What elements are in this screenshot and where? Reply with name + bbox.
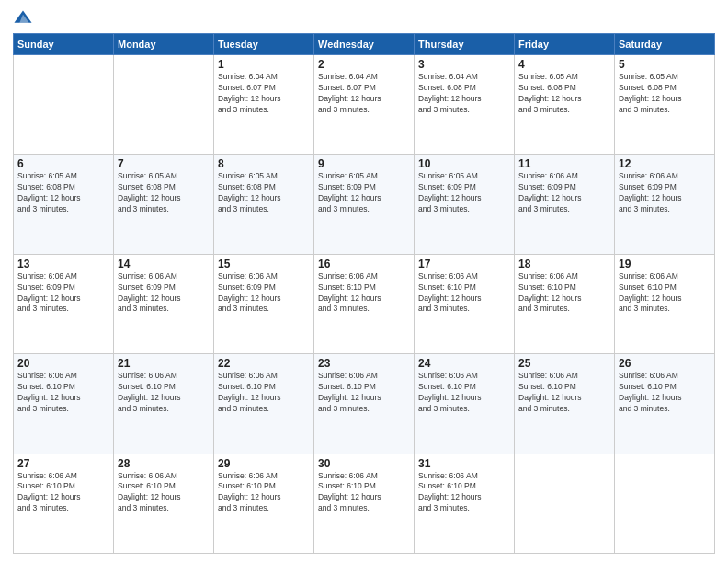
day-info: Sunrise: 6:06 AM Sunset: 6:10 PM Dayligh… — [318, 471, 410, 515]
day-info: Sunrise: 6:06 AM Sunset: 6:10 PM Dayligh… — [118, 371, 210, 415]
day-info: Sunrise: 6:05 AM Sunset: 6:09 PM Dayligh… — [318, 171, 410, 215]
day-number: 12 — [619, 157, 711, 170]
calendar-header-tuesday: Tuesday — [214, 34, 314, 55]
day-number: 31 — [418, 457, 510, 470]
day-number: 29 — [218, 457, 310, 470]
calendar-week-4: 20Sunrise: 6:06 AM Sunset: 6:10 PM Dayli… — [14, 354, 715, 454]
day-number: 3 — [418, 58, 510, 71]
day-number: 18 — [518, 258, 610, 270]
calendar-cell: 5Sunrise: 6:05 AM Sunset: 6:08 PM Daylig… — [615, 55, 715, 155]
day-number: 26 — [619, 357, 711, 370]
day-number: 30 — [318, 457, 410, 470]
header — [13, 9, 715, 29]
day-info: Sunrise: 6:06 AM Sunset: 6:10 PM Dayligh… — [518, 371, 610, 415]
calendar-week-3: 13Sunrise: 6:06 AM Sunset: 6:09 PM Dayli… — [14, 254, 715, 353]
calendar-cell: 26Sunrise: 6:06 AM Sunset: 6:10 PM Dayli… — [615, 354, 715, 454]
calendar-header-sunday: Sunday — [14, 34, 114, 55]
calendar-cell: 11Sunrise: 6:06 AM Sunset: 6:09 PM Dayli… — [515, 155, 615, 254]
day-number: 16 — [318, 258, 410, 270]
day-info: Sunrise: 6:05 AM Sunset: 6:08 PM Dayligh… — [218, 171, 310, 215]
calendar-cell: 19Sunrise: 6:06 AM Sunset: 6:10 PM Dayli… — [615, 254, 715, 353]
calendar: SundayMondayTuesdayWednesdayThursdayFrid… — [13, 33, 715, 554]
calendar-cell: 25Sunrise: 6:06 AM Sunset: 6:10 PM Dayli… — [515, 354, 615, 454]
calendar-cell: 29Sunrise: 6:06 AM Sunset: 6:10 PM Dayli… — [214, 454, 314, 553]
calendar-cell: 18Sunrise: 6:06 AM Sunset: 6:10 PM Dayli… — [515, 254, 615, 353]
calendar-cell: 6Sunrise: 6:05 AM Sunset: 6:08 PM Daylig… — [14, 155, 114, 254]
calendar-cell: 27Sunrise: 6:06 AM Sunset: 6:10 PM Dayli… — [14, 454, 114, 553]
day-info: Sunrise: 6:06 AM Sunset: 6:10 PM Dayligh… — [418, 471, 510, 515]
day-number: 2 — [318, 58, 410, 71]
calendar-cell: 21Sunrise: 6:06 AM Sunset: 6:10 PM Dayli… — [114, 354, 214, 454]
day-info: Sunrise: 6:06 AM Sunset: 6:09 PM Dayligh… — [518, 171, 610, 215]
day-number: 23 — [318, 357, 410, 370]
day-info: Sunrise: 6:05 AM Sunset: 6:09 PM Dayligh… — [418, 171, 510, 215]
calendar-cell: 15Sunrise: 6:06 AM Sunset: 6:09 PM Dayli… — [214, 254, 314, 353]
calendar-header-saturday: Saturday — [615, 34, 715, 55]
day-number: 20 — [17, 357, 109, 370]
calendar-cell: 12Sunrise: 6:06 AM Sunset: 6:09 PM Dayli… — [615, 155, 715, 254]
day-number: 17 — [418, 258, 510, 270]
day-info: Sunrise: 6:05 AM Sunset: 6:08 PM Dayligh… — [518, 72, 610, 116]
day-info: Sunrise: 6:05 AM Sunset: 6:08 PM Dayligh… — [118, 171, 210, 215]
logo-icon — [13, 9, 33, 29]
calendar-cell: 17Sunrise: 6:06 AM Sunset: 6:10 PM Dayli… — [415, 254, 515, 353]
day-info: Sunrise: 6:06 AM Sunset: 6:10 PM Dayligh… — [118, 471, 210, 515]
page: SundayMondayTuesdayWednesdayThursdayFrid… — [0, 0, 728, 563]
day-number: 19 — [619, 258, 711, 270]
calendar-header-friday: Friday — [515, 34, 615, 55]
day-number: 8 — [218, 157, 310, 170]
day-number: 28 — [118, 457, 210, 470]
calendar-week-1: 1Sunrise: 6:04 AM Sunset: 6:07 PM Daylig… — [14, 55, 715, 155]
calendar-cell — [14, 55, 114, 155]
calendar-cell: 10Sunrise: 6:05 AM Sunset: 6:09 PM Dayli… — [415, 155, 515, 254]
day-number: 1 — [218, 58, 310, 71]
day-number: 10 — [418, 157, 510, 170]
calendar-cell: 7Sunrise: 6:05 AM Sunset: 6:08 PM Daylig… — [114, 155, 214, 254]
calendar-week-2: 6Sunrise: 6:05 AM Sunset: 6:08 PM Daylig… — [14, 155, 715, 254]
calendar-week-5: 27Sunrise: 6:06 AM Sunset: 6:10 PM Dayli… — [14, 454, 715, 553]
calendar-header-row: SundayMondayTuesdayWednesdayThursdayFrid… — [14, 34, 715, 55]
calendar-cell: 4Sunrise: 6:05 AM Sunset: 6:08 PM Daylig… — [515, 55, 615, 155]
calendar-cell: 13Sunrise: 6:06 AM Sunset: 6:09 PM Dayli… — [14, 254, 114, 353]
day-info: Sunrise: 6:06 AM Sunset: 6:10 PM Dayligh… — [17, 471, 109, 515]
day-number: 22 — [218, 357, 310, 370]
calendar-cell: 23Sunrise: 6:06 AM Sunset: 6:10 PM Dayli… — [314, 354, 415, 454]
day-number: 15 — [218, 258, 310, 270]
calendar-cell: 2Sunrise: 6:04 AM Sunset: 6:07 PM Daylig… — [314, 55, 415, 155]
day-number: 13 — [17, 258, 109, 270]
calendar-cell — [515, 454, 615, 553]
logo — [13, 9, 35, 29]
day-info: Sunrise: 6:06 AM Sunset: 6:10 PM Dayligh… — [418, 371, 510, 415]
day-number: 14 — [118, 258, 210, 270]
day-number: 7 — [118, 157, 210, 170]
day-number: 27 — [17, 457, 109, 470]
calendar-cell — [615, 454, 715, 553]
day-info: Sunrise: 6:06 AM Sunset: 6:09 PM Dayligh… — [218, 271, 310, 316]
calendar-cell: 31Sunrise: 6:06 AM Sunset: 6:10 PM Dayli… — [415, 454, 515, 553]
calendar-header-wednesday: Wednesday — [314, 34, 415, 55]
calendar-cell: 9Sunrise: 6:05 AM Sunset: 6:09 PM Daylig… — [314, 155, 415, 254]
day-info: Sunrise: 6:06 AM Sunset: 6:10 PM Dayligh… — [318, 271, 410, 316]
day-number: 9 — [318, 157, 410, 170]
day-info: Sunrise: 6:06 AM Sunset: 6:09 PM Dayligh… — [619, 171, 711, 215]
calendar-cell: 8Sunrise: 6:05 AM Sunset: 6:08 PM Daylig… — [214, 155, 314, 254]
day-info: Sunrise: 6:04 AM Sunset: 6:08 PM Dayligh… — [418, 72, 510, 116]
day-info: Sunrise: 6:06 AM Sunset: 6:09 PM Dayligh… — [17, 271, 109, 316]
day-info: Sunrise: 6:04 AM Sunset: 6:07 PM Dayligh… — [218, 72, 310, 116]
calendar-header-thursday: Thursday — [415, 34, 515, 55]
day-number: 25 — [518, 357, 610, 370]
day-info: Sunrise: 6:06 AM Sunset: 6:10 PM Dayligh… — [318, 371, 410, 415]
day-info: Sunrise: 6:05 AM Sunset: 6:08 PM Dayligh… — [619, 72, 711, 116]
day-info: Sunrise: 6:06 AM Sunset: 6:10 PM Dayligh… — [619, 271, 711, 316]
day-info: Sunrise: 6:04 AM Sunset: 6:07 PM Dayligh… — [318, 72, 410, 116]
calendar-cell: 3Sunrise: 6:04 AM Sunset: 6:08 PM Daylig… — [415, 55, 515, 155]
day-number: 11 — [518, 157, 610, 170]
calendar-cell: 1Sunrise: 6:04 AM Sunset: 6:07 PM Daylig… — [214, 55, 314, 155]
day-info: Sunrise: 6:06 AM Sunset: 6:10 PM Dayligh… — [218, 471, 310, 515]
day-number: 21 — [118, 357, 210, 370]
calendar-cell: 20Sunrise: 6:06 AM Sunset: 6:10 PM Dayli… — [14, 354, 114, 454]
day-number: 6 — [17, 157, 109, 170]
day-info: Sunrise: 6:06 AM Sunset: 6:10 PM Dayligh… — [518, 271, 610, 316]
calendar-cell: 22Sunrise: 6:06 AM Sunset: 6:10 PM Dayli… — [214, 354, 314, 454]
calendar-cell: 14Sunrise: 6:06 AM Sunset: 6:09 PM Dayli… — [114, 254, 214, 353]
